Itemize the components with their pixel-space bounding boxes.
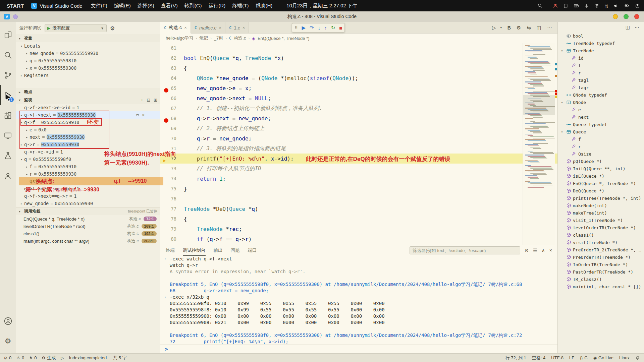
outline-item-visitTreeNode[interactable]: visit(TreeNode *) <box>558 239 644 246</box>
step-into-icon[interactable]: ↓ <box>318 25 321 31</box>
outline-item-r[interactable]: r <box>558 143 644 150</box>
watch-edit-icon[interactable]: ◻ <box>137 113 139 117</box>
status-right-UTF8[interactable]: UTF-8 <box>551 355 564 360</box>
section-breakpoints[interactable]: ▸ 断点 <box>16 88 160 96</box>
chevron-expanded-icon[interactable]: ▾ <box>560 130 564 134</box>
collapse-all-icon[interactable]: ⊟ <box>147 98 150 103</box>
chevron-expanded-icon[interactable]: ▾ <box>560 101 564 104</box>
gutter-line-74[interactable]: 74 <box>160 176 184 181</box>
outline-item-isEQuece[interactable]: isE(Quece *) <box>558 172 644 180</box>
menu-V[interactable]: 查看(V) <box>158 2 181 10</box>
start-menu[interactable]: START <box>5 2 26 9</box>
status-left-gear[interactable]: ⚙生成 <box>42 355 56 361</box>
watch-row[interactable]: q->f->next==q->r=1 <box>16 192 160 200</box>
activity-run-debug-icon[interactable]: 1 <box>0 85 16 105</box>
account-icon[interactable] <box>0 311 16 331</box>
open-changes-icon[interactable]: ⇆ <box>527 25 531 31</box>
maximize-button[interactable] <box>624 14 629 19</box>
chevron-collapsed-icon[interactable]: ▸ <box>24 128 30 132</box>
status-left-playitem[interactable]: ▷ <box>61 356 64 360</box>
battery-icon[interactable] <box>624 3 630 8</box>
minimap-slider[interactable] <box>523 95 555 115</box>
activity-testing-icon[interactable] <box>0 145 16 166</box>
gutter-line-71[interactable]: 71 <box>160 146 184 151</box>
callstack-frame-row[interactable]: class1()构造.c192:1 <box>16 230 160 237</box>
outline-item-Qsize[interactable]: Qsize <box>558 150 644 158</box>
watch-row[interactable]: q->f->next->e->id=1 <box>16 185 160 192</box>
start-debug-icon[interactable]: ▶ <box>47 26 50 31</box>
status-right-broadcastGoLive[interactable]: ◉Go Live <box>593 355 613 360</box>
status-right-bellitem[interactable] <box>635 356 640 360</box>
menu-T[interactable]: 终端(T) <box>229 2 252 10</box>
chevron-expanded-icon[interactable]: ▾ <box>19 44 24 48</box>
more-icon[interactable]: ⋯ <box>547 25 552 31</box>
gutter-line-67[interactable]: 67 <box>160 106 184 111</box>
outline-item-TreeNode[interactable]: ▾TreeNode <box>558 47 644 54</box>
keyboard-icon[interactable] <box>573 3 579 8</box>
wifi-icon[interactable] <box>594 3 600 8</box>
gutter-line-73[interactable]: 73 <box>160 166 184 171</box>
editor-tab-1.c[interactable]: C1.c× <box>225 22 249 33</box>
maximize-panel-icon[interactable]: ∧ <box>542 248 545 253</box>
section-watch[interactable]: ▾ 监视 +⊟⊞ <box>16 96 160 104</box>
watch-row[interactable]: ▸q->r=0x555555559930 <box>16 141 160 148</box>
outline-item-e[interactable]: e <box>558 106 644 113</box>
local-variable-row[interactable]: ▸x=0x555555559300 <box>16 64 160 72</box>
user-icon[interactable] <box>553 3 558 8</box>
chevron-collapsed-icon[interactable]: ▸ <box>24 52 30 55</box>
debug-config-dropdown[interactable]: ▶ 没有配置 ▼ <box>45 24 107 32</box>
step-over-icon[interactable]: ↷ <box>310 25 314 31</box>
activity-search-icon[interactable] <box>0 45 16 65</box>
chevron-expanded-icon[interactable]: ▾ <box>560 49 564 53</box>
continue-icon[interactable]: ▶ <box>302 25 306 31</box>
panel-tab-端口[interactable]: 端口 <box>248 245 257 256</box>
outline-item-pQQuece[interactable]: pQ(Quece *) <box>558 158 644 165</box>
chevron-expanded-icon[interactable]: ▾ <box>19 158 24 161</box>
gutter-line-72[interactable]: ▶72 <box>160 156 184 161</box>
toolbar-grip-icon[interactable]: ⠿ <box>294 25 298 31</box>
gutter-line-79[interactable]: 79 <box>160 226 184 232</box>
gutter-line-68[interactable]: 68 <box>160 116 184 121</box>
menu-G[interactable]: 转到(G) <box>181 2 205 10</box>
console-filter-input[interactable] <box>410 246 520 254</box>
outline-item-tagr[interactable]: tagr <box>558 84 644 91</box>
menu-E[interactable]: 编辑(E) <box>111 2 134 10</box>
gutter-line-69[interactable]: 69 <box>160 126 184 131</box>
expand-all-icon[interactable]: ⊞ <box>154 98 157 103</box>
breadcrumb-item[interactable]: hello-algo学习 <box>166 35 193 41</box>
outline-item-levelOrderTRTreeNode[interactable]: levelOrderTR(TreeNode *) <box>558 224 644 231</box>
gutter-line-80[interactable]: 80 <box>160 236 184 242</box>
editor-tab-构造.c[interactable]: C构造.c× <box>160 22 191 34</box>
outline-item-TR_class2[interactable]: TR_class2() <box>558 276 644 283</box>
status-right-Linux[interactable]: Linux <box>619 355 630 360</box>
breadcrumb-item[interactable]: 笔记 <box>199 35 208 41</box>
activity-live-share-icon[interactable] <box>0 166 16 186</box>
chevron-collapsed-icon[interactable]: ▸ <box>24 172 30 176</box>
status-left-Indexingcompleted[interactable]: Indexing completed. <box>69 355 108 360</box>
chevron-collapsed-icon[interactable]: ▸ <box>19 143 24 146</box>
panel-tab-问题[interactable]: 问题 <box>231 245 240 256</box>
breadcrumb-item[interactable]: 构造.c <box>234 35 246 41</box>
bluetooth-icon[interactable] <box>584 3 589 8</box>
chevron-collapsed-icon[interactable]: ▸ <box>19 202 24 205</box>
callstack-frame-row[interactable]: levelOrderTR(TreeNode * root)构造.c169:1 <box>16 223 160 230</box>
breakpoint-icon[interactable] <box>164 88 168 93</box>
watch-row[interactable]: ▸f=0x555555559910 <box>16 163 160 170</box>
outline-item-l[interactable]: l <box>558 62 644 69</box>
outline-item-Quece[interactable]: ▾Quece <box>558 128 644 135</box>
debug-settings-gear-icon[interactable]: ⚙ <box>110 25 115 32</box>
outline-item-visit_1TreeNode[interactable]: visit_1(TreeNode *) <box>558 217 644 224</box>
chevron-collapsed-icon[interactable]: ▸ <box>24 135 30 139</box>
gutter-line-78[interactable]: 78 <box>160 216 184 222</box>
filter-list-icon[interactable]: ☰ <box>533 248 537 253</box>
watch-row[interactable]: ▾q->f=0x555555559910 <box>16 119 160 126</box>
chevron-expanded-icon[interactable]: ▾ <box>19 121 24 124</box>
chevron-collapsed-icon[interactable]: ▸ <box>19 74 24 77</box>
chevron-collapsed-icon[interactable]: ▸ <box>24 66 30 70</box>
settings-icon[interactable]: ⚙ <box>517 25 521 31</box>
outline-item-mainintcharconst[interactable]: main(int, char const * []) <box>558 283 644 290</box>
gutter-line-70[interactable]: 70 <box>160 136 184 141</box>
close-button[interactable] <box>634 14 639 19</box>
close-tab-icon[interactable]: × <box>219 25 221 30</box>
run-dropdown-chevron-icon[interactable]: ▾ <box>500 26 502 29</box>
